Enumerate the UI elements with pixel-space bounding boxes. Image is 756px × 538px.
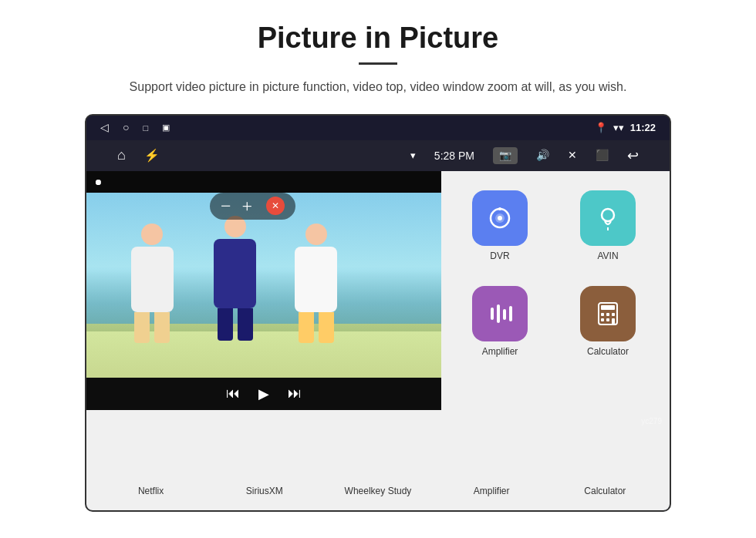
svg-rect-9 <box>497 304 500 323</box>
wifi-nav-icon: ▾ <box>410 150 416 162</box>
calculator-icon <box>594 300 622 328</box>
watermark: yc279 <box>641 417 662 425</box>
pip-nav-icon[interactable]: ⬛ <box>596 149 609 162</box>
pip-plus-btn[interactable]: + <box>242 196 253 217</box>
svg-rect-14 <box>601 313 604 316</box>
app-grid: DVR AVIN <box>438 171 670 472</box>
status-bar-left: ◁ ○ □ ▣ <box>100 121 170 134</box>
title-divider <box>359 62 397 65</box>
calculator-label: Calculator <box>587 346 629 357</box>
pip-minus-btn[interactable]: − <box>221 196 231 217</box>
siriusxm-bottom: SiriusXM <box>218 486 311 496</box>
nav-icons-right: ▾ 5:28 PM 📷 🔊 ✕ ⬛ ↩ <box>410 147 639 164</box>
svg-point-5 <box>498 207 501 210</box>
avin-icon <box>594 204 622 232</box>
video-content <box>86 193 441 378</box>
close-nav-icon[interactable]: ✕ <box>568 149 577 162</box>
pip-overlay-controls[interactable]: − + ✕ <box>210 193 295 220</box>
person-1 <box>125 224 179 339</box>
location-icon: 📍 <box>595 122 607 133</box>
svg-rect-11 <box>509 306 512 321</box>
person-2 <box>206 216 264 339</box>
nav-time: 5:28 PM <box>434 150 474 162</box>
home-circle-icon: ○ <box>123 122 129 134</box>
avin-app-cell[interactable]: AVIN <box>554 179 662 274</box>
svg-rect-17 <box>601 318 604 321</box>
status-bar: ◁ ○ □ ▣ 📍 ▾▾ 11:22 <box>86 116 670 140</box>
pip-close-btn[interactable]: ✕ <box>266 197 285 215</box>
amplifier-bottom: Amplifier <box>445 486 538 496</box>
avin-label: AVIN <box>597 251 618 261</box>
next-btn[interactable]: ⏭ <box>288 385 302 402</box>
svg-point-4 <box>498 216 502 220</box>
pip-header: ⏺ <box>86 171 441 193</box>
dvr-label: DVR <box>490 251 509 261</box>
back-nav-icon[interactable]: ↩ <box>627 147 639 164</box>
calculator-bottom: Calculator <box>559 486 651 496</box>
svg-rect-8 <box>491 308 494 320</box>
svg-rect-18 <box>606 318 609 321</box>
clock: 11:22 <box>630 122 656 133</box>
android-nav: ⌂ ⚡ ▾ 5:28 PM 📷 🔊 ✕ ⬛ ↩ <box>86 140 670 171</box>
wifi-signal-icon: ▾▾ <box>613 122 624 133</box>
svg-rect-13 <box>601 305 615 310</box>
play-btn[interactable]: ▶ <box>258 385 269 402</box>
wheelkey-bottom: Wheelkey Study <box>332 486 424 496</box>
dvr-app-cell[interactable]: DVR <box>446 179 554 274</box>
svg-rect-19 <box>612 318 615 324</box>
volume-nav-icon[interactable]: 🔊 <box>536 149 549 162</box>
person-3 <box>287 224 345 339</box>
square-icon: □ <box>143 123 148 133</box>
svg-rect-10 <box>503 309 506 320</box>
subtitle: Support video picture in picture functio… <box>130 77 627 97</box>
pip-container[interactable]: ⏺ − + ✕ <box>86 171 441 410</box>
svg-rect-16 <box>612 313 615 316</box>
home-icon[interactable]: ⌂ <box>117 147 126 163</box>
amplifier-app-icon[interactable] <box>472 286 528 341</box>
camera-nav-icon[interactable]: 📷 <box>493 147 518 164</box>
svg-rect-15 <box>606 313 609 316</box>
cast-icon: ▣ <box>162 123 170 133</box>
pip-bottom-controls: ⏮ ▶ ⏭ <box>86 378 441 410</box>
usb-icon: ⚡ <box>144 148 160 163</box>
dvr-app-icon[interactable] <box>472 190 528 246</box>
page-wrapper: Picture in Picture Support video picture… <box>0 0 756 512</box>
app-area: ⏺ − + ✕ <box>86 171 670 472</box>
back-arrow-icon: ◁ <box>100 121 109 134</box>
calculator-app-icon[interactable] <box>580 286 636 341</box>
prev-btn[interactable]: ⏮ <box>226 385 240 402</box>
svg-point-6 <box>602 209 614 221</box>
netflix-bottom: Netflix <box>105 486 197 496</box>
dvr-icon <box>486 204 514 232</box>
page-title: Picture in Picture <box>258 22 499 55</box>
nav-icons-left: ⌂ ⚡ <box>117 147 160 163</box>
equalizer-icon <box>486 300 514 328</box>
avin-app-icon[interactable] <box>580 190 636 246</box>
bottom-labels: Netflix SiriusXM Wheelkey Study Amplifie… <box>86 472 670 510</box>
pip-video-area <box>86 193 441 378</box>
calculator-app-cell[interactable]: Calculator <box>554 274 662 368</box>
status-bar-right: 📍 ▾▾ 11:22 <box>595 122 656 133</box>
device-frame: ◁ ○ □ ▣ 📍 ▾▾ 11:22 ⌂ ⚡ ▾ 5:28 PM 📷 🔊 <box>85 114 671 512</box>
pip-record-icon: ⏺ <box>94 177 103 187</box>
amplifier-app-cell[interactable]: Amplifier <box>446 274 554 368</box>
amplifier-label: Amplifier <box>482 346 518 357</box>
